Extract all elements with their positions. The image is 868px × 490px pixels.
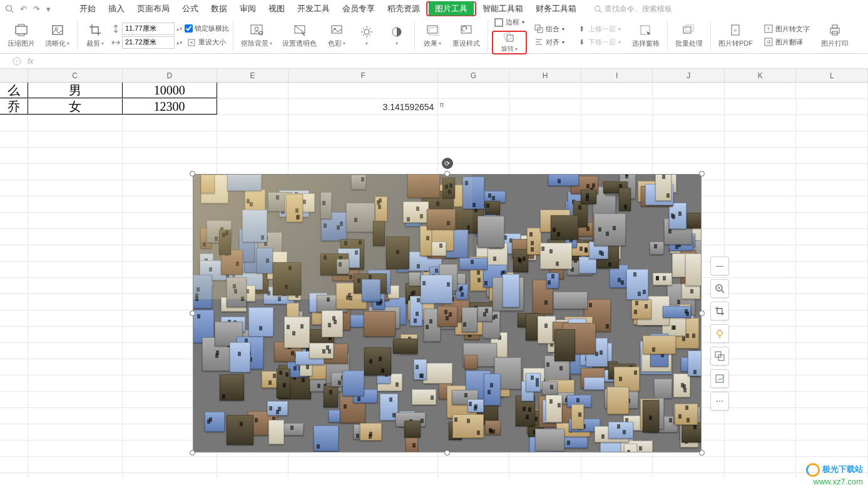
align-button[interactable]: 对齐▾ [532,36,567,48]
resize-handle-br[interactable] [699,450,705,456]
col-header-f[interactable]: F [288,69,437,82]
cell-empty[interactable] [796,310,868,326]
cell-empty[interactable] [581,131,653,147]
resize-handle-b[interactable] [444,450,450,456]
cell-empty[interactable] [123,473,217,477]
resize-handle-r[interactable] [699,310,705,316]
image-print-button[interactable]: 图片打印 [817,21,852,49]
cell-empty[interactable] [796,327,868,342]
tab-pagelayout[interactable]: 页面布局 [131,1,176,17]
cell-empty[interactable] [288,131,437,147]
image-to-pdf-button[interactable]: P 图片转PDF [715,21,757,49]
contrast-button[interactable]: ▾ [383,23,411,48]
cell-empty[interactable] [0,392,28,407]
cell-empty[interactable] [0,115,28,131]
float-crop-button[interactable] [710,302,729,320]
cell-empty[interactable] [796,164,868,180]
cell-empty[interactable] [28,359,123,375]
cell-empty[interactable] [28,213,123,228]
cell-empty[interactable] [288,457,437,472]
move-up-button[interactable]: ⬆上移一层▾ [574,23,623,35]
tab-view[interactable]: 视图 [262,1,291,17]
cell-empty[interactable] [509,115,581,131]
redo-icon[interactable]: ↷ [31,4,43,14]
tab-smart-toolbox[interactable]: 智能工具箱 [476,1,529,17]
tab-formula[interactable]: 公式 [176,1,205,17]
tab-start[interactable]: 开始 [73,1,102,17]
tab-daoke[interactable]: 稻壳资源 [381,1,426,17]
cell-empty[interactable] [796,213,868,228]
cell-f2-pi[interactable]: 3.141592654 π [288,99,438,115]
color-button[interactable]: 色彩▾ [323,21,350,49]
set-transparent-button[interactable]: 设置透明色 [278,21,320,49]
cell-empty[interactable] [288,115,437,131]
cell-empty[interactable] [796,441,868,456]
cell-empty[interactable] [0,164,28,180]
selection-pane-button[interactable]: 选择窗格 [628,21,663,49]
cell-empty[interactable] [28,473,123,477]
cell-l1[interactable] [796,83,868,98]
cell-empty[interactable] [796,359,868,375]
float-collapse-button[interactable]: — [710,257,729,275]
cell-empty[interactable] [796,148,868,163]
cell-c1[interactable]: 男 [28,83,123,98]
cell-empty[interactable] [725,262,797,277]
image-translate-button[interactable]: 译图片翻译 [762,36,812,48]
cell-empty[interactable] [509,473,581,477]
col-header-k[interactable]: K [725,69,797,82]
tab-devtools[interactable]: 开发工具 [291,1,336,17]
tab-review[interactable]: 审阅 [233,1,262,17]
cell-empty[interactable] [581,473,653,477]
cell-d2[interactable]: 12300 [123,99,217,115]
cell-h2[interactable] [510,99,581,115]
quick-dropdown-icon[interactable]: ▾ [44,4,53,14]
cell-empty[interactable] [796,375,868,391]
cell-empty[interactable] [0,310,28,326]
cell-empty[interactable] [438,115,510,131]
cell-e2[interactable] [217,99,288,115]
cell-empty[interactable] [28,115,123,131]
cell-empty[interactable] [653,457,725,472]
height-input[interactable] [122,23,175,35]
cell-empty[interactable] [217,473,289,477]
cell-empty[interactable] [123,457,217,472]
cell-empty[interactable] [0,343,28,359]
undo-icon[interactable]: ↶ [18,4,29,14]
float-zoom-button[interactable] [710,279,729,298]
tab-data[interactable]: 数据 [205,1,233,17]
cell-empty[interactable] [725,359,797,375]
cell-empty[interactable] [0,359,28,375]
resize-handle-bl[interactable] [190,450,195,456]
cell-empty[interactable] [28,375,123,391]
col-header-e[interactable]: E [217,69,289,82]
cell-a1[interactable]: 么 [0,83,28,98]
cell-empty[interactable] [0,408,28,424]
cell-c2[interactable]: 女 [28,99,123,115]
cell-empty[interactable] [725,408,797,424]
cell-e1[interactable] [217,83,289,98]
cell-empty[interactable] [0,294,28,310]
cell-empty[interactable] [123,131,217,147]
cell-empty[interactable] [581,115,653,131]
cell-empty[interactable] [796,408,868,424]
cell-empty[interactable] [28,441,123,456]
cell-empty[interactable] [0,327,28,342]
spreadsheet[interactable]: C D E F G H I J K L 么 男 10000 乔 女 12300 [0,69,868,477]
rotate-handle[interactable]: ⟳ [442,158,453,169]
group-button[interactable]: 组合▾ [532,23,567,35]
cell-empty[interactable] [0,262,28,277]
cell-empty[interactable] [725,148,797,163]
cell-empty[interactable] [725,197,797,212]
cell-d1[interactable]: 10000 [123,83,217,98]
reset-style-button[interactable]: 重设样式 [449,21,484,49]
cell-empty[interactable] [123,115,217,131]
resize-handle-l[interactable] [190,310,195,316]
width-input[interactable] [122,36,175,49]
cell-empty[interactable] [725,115,797,131]
cell-empty[interactable] [725,164,797,180]
cell-empty[interactable] [217,131,289,147]
cell-empty[interactable] [796,392,868,407]
cell-empty[interactable] [28,392,123,407]
find-icon[interactable] [3,4,16,13]
cell-empty[interactable] [653,473,725,477]
